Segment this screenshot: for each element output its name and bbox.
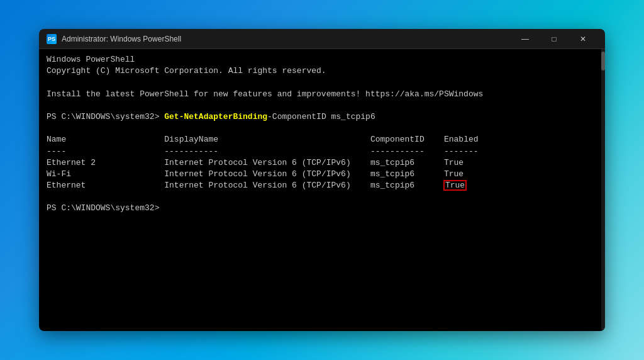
sep-name: ---- bbox=[47, 147, 164, 156]
window-title: Administrator: Windows PowerShell bbox=[62, 35, 511, 43]
prompt-2: PS C:\WINDOWS\system32> bbox=[47, 203, 164, 214]
blank-after-cmd bbox=[47, 123, 597, 134]
sep-enabled: ------- bbox=[444, 147, 479, 156]
table-row-1: Wi-Fi Internet Protocol Version 6 (TCP/I… bbox=[47, 169, 597, 180]
row1-display: Internet Protocol Version 6 (TCP/IPv6) bbox=[164, 169, 370, 179]
terminal-line-4: Install the latest PowerShell for new fe… bbox=[47, 89, 597, 100]
maximize-button[interactable]: □ bbox=[540, 29, 569, 49]
row0-display: Internet Protocol Version 6 (TCP/IPv6) bbox=[164, 158, 370, 167]
row2-component: ms_tcpip6 bbox=[370, 181, 444, 190]
minimize-button[interactable]: — bbox=[511, 29, 540, 49]
col-display-header: DisplayName bbox=[164, 135, 370, 144]
col-enabled-header: Enabled bbox=[444, 135, 479, 144]
row1-name: Wi-Fi bbox=[47, 169, 164, 179]
row0-name: Ethernet 2 bbox=[47, 158, 164, 167]
command-line: PS C:\WINDOWS\system32> Get-NetAdapterBi… bbox=[47, 111, 597, 123]
command-params: -ComponentID ms_tcpip6 bbox=[267, 111, 375, 123]
row0-enabled: True bbox=[444, 158, 464, 167]
row2-name: Ethernet bbox=[47, 181, 164, 190]
window-controls: — □ ✕ bbox=[511, 29, 597, 49]
terminal-line-5 bbox=[47, 100, 597, 111]
terminal-line-2: Copyright (C) Microsoft Corporation. All… bbox=[47, 65, 597, 77]
terminal-body[interactable]: Windows PowerShell Copyright (C) Microso… bbox=[39, 49, 605, 331]
scrollbar-thumb[interactable] bbox=[601, 52, 605, 70]
terminal-line-1: Windows PowerShell bbox=[47, 54, 597, 65]
table-separator: ---- ----------- ----------- ------- bbox=[47, 146, 597, 157]
terminal-line-3 bbox=[47, 77, 597, 88]
table-row-0: Ethernet 2 Internet Protocol Version 6 (… bbox=[47, 157, 597, 169]
table-row-2: Ethernet Internet Protocol Version 6 (TC… bbox=[47, 180, 597, 191]
close-button[interactable]: ✕ bbox=[569, 29, 597, 49]
title-bar: PS Administrator: Windows PowerShell — □… bbox=[39, 29, 605, 49]
row2-enabled-highlighted: True bbox=[444, 181, 466, 190]
blank-after-table bbox=[47, 191, 597, 203]
second-prompt-line: PS C:\WINDOWS\system32> bbox=[47, 203, 597, 214]
row0-component: ms_tcpip6 bbox=[370, 158, 444, 167]
row1-component: ms_tcpip6 bbox=[370, 169, 444, 179]
col-name-header: Name bbox=[47, 135, 164, 144]
row2-display: Internet Protocol Version 6 (TCP/IPv6) bbox=[164, 181, 370, 190]
sep-display: ----------- bbox=[164, 147, 370, 156]
col-component-header: ComponentID bbox=[370, 135, 444, 144]
powershell-window: PS Administrator: Windows PowerShell — □… bbox=[39, 29, 605, 331]
sep-component: ----------- bbox=[370, 147, 444, 156]
row1-enabled: True bbox=[444, 169, 464, 179]
table-header-row: Name DisplayName ComponentID Enabled bbox=[47, 134, 597, 145]
prompt-1: PS C:\WINDOWS\system32> bbox=[47, 111, 164, 123]
scrollbar[interactable] bbox=[601, 49, 605, 331]
window-icon: PS bbox=[47, 34, 57, 44]
command-name: Get-NetAdapterBinding bbox=[164, 111, 267, 123]
